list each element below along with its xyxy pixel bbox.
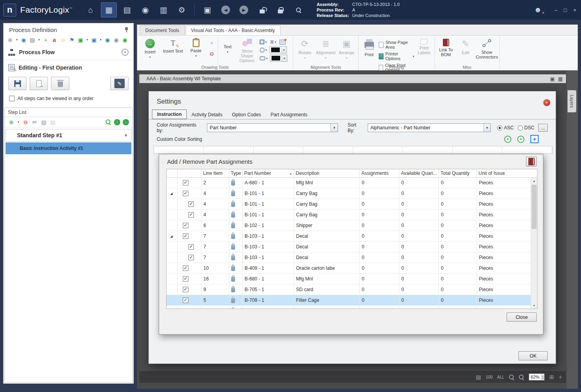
- add-step-icon[interactable]: ⊕: [8, 119, 15, 125]
- delete-step-button[interactable]: [51, 77, 69, 90]
- table-row[interactable]: 9B-705 - 1SD card000Pieces: [167, 284, 532, 295]
- zoom-in-icon[interactable]: [519, 375, 524, 380]
- more-options-button[interactable]: ...: [538, 124, 548, 132]
- row-checkbox[interactable]: [183, 297, 188, 303]
- print-icon[interactable]: ▤: [29, 36, 36, 43]
- insert-text-button[interactable]: T Insert Text: [162, 37, 184, 63]
- row-checkbox[interactable]: [183, 191, 188, 196]
- row-checkbox[interactable]: [183, 265, 188, 271]
- add-node-icon[interactable]: +: [42, 36, 49, 43]
- column-header-empty[interactable]: [167, 169, 178, 177]
- text-button[interactable]: Text ▾: [220, 37, 235, 63]
- column-header[interactable]: Total Quantity: [439, 169, 477, 177]
- row-checkbox[interactable]: [188, 212, 194, 218]
- globe-icon[interactable]: ◉: [20, 36, 27, 43]
- reports-icon[interactable]: ▥: [156, 2, 171, 17]
- step-item[interactable]: Standard Step #1 ▾: [6, 129, 131, 142]
- save-step-button[interactable]: [8, 77, 27, 90]
- row-checkbox[interactable]: [188, 244, 194, 250]
- unlock-icon[interactable]: [254, 2, 270, 17]
- column-header[interactable]: Type: [229, 169, 243, 177]
- table-row[interactable]: 6B-102 - 1Shipper000Pieces: [167, 220, 532, 231]
- zoom-100-button[interactable]: 100: [486, 375, 493, 379]
- table-row[interactable]: 7B-103 - 1Decal000Pieces: [167, 242, 532, 252]
- chevron-down-icon[interactable]: ▾: [86, 36, 89, 43]
- package-icon[interactable]: ▣: [77, 36, 84, 43]
- any-order-option[interactable]: All steps can be viewed in any order: [4, 92, 133, 104]
- add-part-button[interactable]: +: [530, 135, 539, 143]
- process-editor-icon[interactable]: ▦: [101, 2, 117, 17]
- link-to-bom-button[interactable]: Link To BOM: [437, 37, 456, 63]
- settings-tab-activity-details[interactable]: Activity Details: [187, 110, 227, 119]
- row-checkbox[interactable]: [183, 287, 188, 292]
- column-header[interactable]: Description: [294, 169, 360, 177]
- move-up-icon[interactable]: ↑: [114, 119, 120, 125]
- add-color-group-icon[interactable]: +: [517, 136, 524, 143]
- table-row-partial[interactable]: [167, 306, 532, 309]
- row-expander-icon[interactable]: ◢: [170, 235, 173, 238]
- save-icon[interactable]: ▣: [199, 2, 215, 17]
- dispatch-icon[interactable]: ◉: [137, 2, 153, 17]
- any-order-checkbox[interactable]: [9, 96, 15, 101]
- zoom-out-icon[interactable]: [509, 375, 514, 380]
- box-icon[interactable]: ▣: [91, 36, 97, 43]
- column-header[interactable]: Unit of Issue: [477, 169, 532, 177]
- row-checkbox[interactable]: [183, 180, 188, 186]
- move-down-icon[interactable]: ↓: [123, 119, 129, 125]
- add-icon[interactable]: ⊕: [7, 36, 13, 43]
- window-panel-icon[interactable]: ▦: [558, 76, 563, 82]
- cut-icon[interactable]: ✂: [31, 119, 38, 125]
- table-row[interactable]: ◢4B-101 - 1Carry Bag000Pieces: [167, 188, 532, 199]
- print-button[interactable]: Print: [360, 37, 378, 63]
- show-shape-options-button[interactable]: Show Shape Options: [236, 37, 258, 63]
- column-header[interactable]: Assignments: [360, 169, 399, 177]
- user-logout-icon[interactable]: ☻×: [534, 6, 542, 14]
- pan-icon[interactable]: +: [559, 374, 562, 380]
- collapse-chevron-icon[interactable]: ▾: [122, 49, 129, 56]
- audit-search-icon[interactable]: [290, 2, 306, 17]
- user-icon[interactable]: ☺: [60, 36, 66, 43]
- table-row[interactable]: 2A-680 - 1Mfg Mnl000Pieces: [167, 178, 532, 188]
- scroll-up-icon[interactable]: ▲: [531, 178, 537, 184]
- rectangle-shape-button[interactable]: ▾: [259, 39, 268, 45]
- show-page-area-button[interactable]: Show Page Area: [379, 40, 414, 49]
- back-icon[interactable]: ◀: [218, 2, 234, 17]
- window-restore-icon[interactable]: ▣: [550, 76, 554, 82]
- zoom-step-icon[interactable]: [105, 119, 112, 125]
- remove-step-icon[interactable]: ⊖: [22, 119, 29, 125]
- close-button[interactable]: Close: [507, 312, 537, 322]
- process-flow-header[interactable]: Process Flow ▾: [4, 46, 133, 58]
- chevron-down-icon[interactable]: ▾: [38, 36, 40, 43]
- scroll-down-icon[interactable]: ▼: [531, 302, 537, 309]
- zoom-level-spinner[interactable]: 62% ▴▾: [529, 373, 545, 381]
- close-button[interactable]: ×: [573, 7, 576, 13]
- insert-button[interactable]: → Insert ▾: [139, 37, 161, 63]
- dsc-radio[interactable]: [518, 125, 523, 131]
- bom-lookup-button[interactable]: [526, 157, 537, 167]
- remove-shape-icon[interactable]: ⊖: [209, 51, 214, 57]
- insert-image-button[interactable]: [279, 39, 287, 45]
- table-row[interactable]: 16B-680 - 1Mfg Mnl000Pieces: [167, 274, 532, 284]
- play-icon[interactable]: ◉: [122, 36, 128, 43]
- sort-by-dropdown[interactable]: Alphanumeric - Part Number ▼: [368, 123, 491, 132]
- row-checkbox[interactable]: [183, 276, 188, 282]
- table-row[interactable]: 10B-409 - 1Oracle carton labe000Pieces: [167, 263, 532, 274]
- forward-icon[interactable]: ▶: [236, 2, 252, 17]
- maximize-button[interactable]: □: [564, 7, 567, 13]
- copy-icon[interactable]: ▤: [40, 119, 47, 125]
- table-row[interactable]: 5B-709 - 1Filter Cage000Pieces: [167, 295, 532, 306]
- rotate-button[interactable]: ⟳ Rotate ▾: [295, 37, 315, 63]
- column-header[interactable]: Line Item: [201, 169, 229, 177]
- pin-icon[interactable]: [124, 27, 129, 33]
- add-color-icon[interactable]: +: [504, 136, 511, 143]
- table-row[interactable]: ◢7B-103 - 1Decal000Pieces: [167, 231, 532, 242]
- clear-shape-icon[interactable]: ×: [210, 40, 213, 46]
- alignment-button[interactable]: ≣ Alignment ▾: [316, 37, 336, 63]
- import-step-button[interactable]: [30, 77, 48, 90]
- close-icon[interactable]: ×: [543, 99, 550, 106]
- rounded-rect-shape-button[interactable]: ▾: [259, 56, 268, 61]
- table-row[interactable]: 4B-101 - 1Carry Bag000Pieces: [167, 199, 532, 210]
- sync-icon[interactable]: ◉: [104, 36, 111, 43]
- chevron-down-icon[interactable]: ▾: [99, 36, 102, 43]
- row-checkbox[interactable]: [183, 233, 188, 239]
